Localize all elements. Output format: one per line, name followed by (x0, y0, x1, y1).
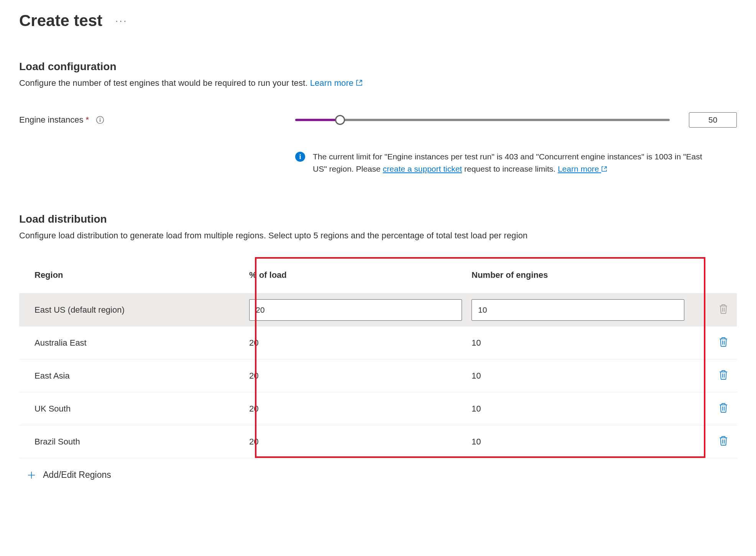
num-engines-cell: 10 (464, 437, 710, 447)
add-edit-regions-label: Add/Edit Regions (43, 470, 111, 480)
distribution-table: Region % of load Number of engines East … (19, 257, 737, 458)
percent-load-cell: 20 (242, 338, 464, 348)
region-cell: East US (default region) (19, 305, 242, 315)
percent-load-cell: 20 (242, 371, 464, 381)
learn-more-link[interactable]: Learn more (310, 78, 363, 88)
load-config-description: Configure the number of test engines tha… (19, 77, 737, 89)
load-distribution-description: Configure load distribution to generate … (19, 229, 737, 242)
table-row[interactable]: Australia East2010 (19, 326, 737, 359)
delete-icon[interactable] (718, 369, 728, 380)
delete-icon[interactable] (718, 402, 728, 413)
region-cell: UK South (19, 404, 242, 414)
percent-load-cell: 20 (242, 437, 464, 447)
plus-icon (27, 471, 36, 480)
region-cell: Australia East (19, 338, 242, 348)
column-region: Region (19, 270, 242, 280)
load-config-desc-text: Configure the number of test engines tha… (19, 78, 310, 88)
load-distribution-heading: Load distribution (19, 213, 737, 225)
num-engines-cell: 10 (464, 338, 710, 348)
delete-icon (718, 303, 728, 314)
svg-rect-2 (100, 119, 100, 122)
column-engines: Number of engines (464, 270, 710, 280)
info-icon[interactable] (96, 116, 104, 124)
table-row[interactable]: UK South2010 (19, 392, 737, 425)
slider-thumb[interactable] (335, 115, 345, 125)
external-link-icon (356, 79, 363, 86)
more-options-icon[interactable]: ··· (114, 15, 129, 26)
num-engines-input[interactable]: 10 (472, 299, 684, 321)
engine-limit-message: The current limit for "Engine instances … (313, 151, 718, 175)
percent-load-cell: 20 (242, 404, 464, 414)
table-header-row: Region % of load Number of engines (19, 257, 737, 293)
external-link-icon (601, 166, 607, 172)
load-config-heading: Load configuration (19, 61, 737, 73)
required-asterisk: * (86, 115, 89, 125)
engine-instances-slider[interactable] (295, 116, 670, 124)
add-edit-regions-button[interactable]: Add/Edit Regions (19, 458, 737, 480)
column-load: % of load (242, 270, 464, 280)
table-row[interactable]: East US (default region)2010 (19, 293, 737, 326)
svg-point-1 (100, 118, 100, 119)
region-cell: East Asia (19, 371, 242, 381)
delete-icon[interactable] (718, 336, 728, 347)
page-title: Create test (19, 11, 102, 30)
percent-load-input[interactable]: 20 (249, 299, 462, 321)
info-badge-icon: i (295, 152, 305, 162)
engine-instances-label: Engine instances (19, 115, 84, 125)
delete-icon[interactable] (718, 435, 728, 446)
table-row[interactable]: East Asia2010 (19, 359, 737, 392)
region-cell: Brazil South (19, 437, 242, 447)
engine-instances-input[interactable]: 50 (689, 112, 737, 128)
learn-more-limits-link[interactable]: Learn more (558, 164, 607, 173)
table-row[interactable]: Brazil South2010 (19, 425, 737, 458)
num-engines-cell: 10 (464, 404, 710, 414)
support-ticket-link[interactable]: create a support ticket (383, 164, 462, 173)
num-engines-cell: 10 (464, 371, 710, 381)
